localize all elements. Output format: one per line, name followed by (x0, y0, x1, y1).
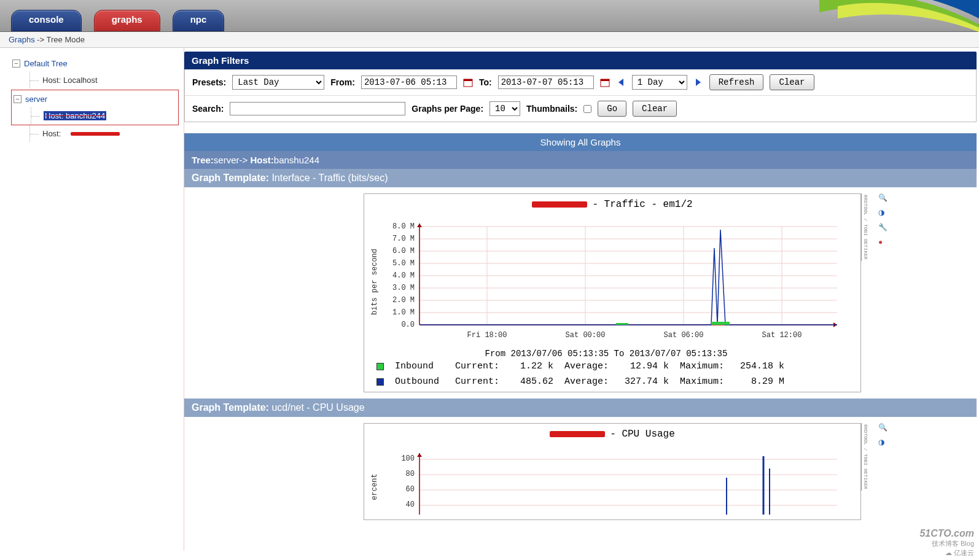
graph-plot-area: bits per second 8.0 M7.0 M6.0 M 5.0 M4.0… (364, 215, 860, 361)
main-content: Graph Filters Presets: Last Day From: To… (184, 48, 979, 551)
tree-node-default-tree[interactable]: − Default Tree (11, 55, 179, 72)
graph-filters-panel: Presets: Last Day From: To: 1 Day Refres… (184, 69, 977, 122)
cpu-chart-svg: ercent 100806040 (370, 447, 837, 515)
svg-text:Fri 18:00: Fri 18:00 (467, 331, 507, 340)
tree-label: server (25, 95, 47, 104)
tree-label-selected: Host: banchu244 (44, 111, 106, 120)
tree-node-host-localhost[interactable]: Host: Localhost (29, 72, 179, 88)
legend-inbound-average: 12.94 k (620, 361, 669, 371)
template-label: Graph Template: (192, 402, 271, 413)
to-input[interactable] (498, 76, 594, 89)
graph-row-1: - Traffic - em1/2 bits per second 8.0 M7… (184, 187, 977, 399)
breadcrumb-link-graphs[interactable]: Graphs (9, 35, 35, 44)
svg-text:5.0 M: 5.0 M (392, 259, 415, 268)
csv-export-icon[interactable]: ◑ (878, 208, 887, 217)
legend-color-outbound (376, 378, 384, 386)
rrdtool-strip: RRDTOOL / TOBI OETIKER (861, 193, 870, 261)
wrench-icon[interactable]: 🔧 (878, 223, 887, 231)
tree-label-prefix: Host: (42, 129, 61, 138)
svg-text:8.0 M: 8.0 M (392, 222, 415, 231)
svg-text:Sat 12:00: Sat 12:00 (762, 331, 802, 340)
breadcrumb: Graphs -> Tree Mode (0, 32, 979, 48)
breadcrumb-suffix: -> Tree Mode (35, 35, 85, 44)
svg-text:0.0: 0.0 (401, 321, 415, 329)
svg-text:6.0 M: 6.0 M (392, 247, 415, 255)
tab-graphs[interactable]: graphs (94, 10, 160, 31)
graph-filters-header: Graph Filters (184, 52, 977, 69)
legend-color-inbound (376, 363, 384, 370)
svg-text:ercent: ercent (370, 473, 379, 500)
presets-select[interactable]: Last Day (232, 75, 324, 90)
circle-icon[interactable]: ● (878, 238, 887, 246)
graph-cpu[interactable]: - CPU Usage ercent 100806040 (364, 423, 861, 520)
svg-text:Sat 06:00: Sat 06:00 (664, 331, 704, 340)
rrdtool-strip: RRDTOOL / TOBI OETIKER (861, 423, 870, 491)
go-button[interactable]: Go (598, 101, 626, 117)
clear-button[interactable]: Clear (770, 74, 814, 90)
svg-text:3.0 M: 3.0 M (392, 284, 415, 292)
svg-text:80: 80 (406, 470, 415, 478)
svg-marker-46 (417, 453, 422, 457)
tree-path-bar: Tree:server-> Host:banshu244 (184, 151, 977, 169)
svg-text:Sat 00:00: Sat 00:00 (566, 331, 606, 340)
collapse-icon[interactable]: − (12, 60, 20, 68)
prev-arrow-icon[interactable] (616, 77, 626, 87)
from-input[interactable] (361, 76, 457, 89)
timespan-select[interactable]: 1 Day (632, 75, 687, 90)
tree-label: Default Tree (24, 59, 68, 68)
outbound-series (419, 230, 837, 325)
svg-text:40: 40 (406, 500, 415, 509)
graph-template-header-1: Graph Template: Interface - Traffic (bit… (184, 169, 977, 187)
thumbnails-checkbox[interactable] (583, 105, 591, 113)
path-host-label: Host: (250, 155, 273, 165)
legend-inbound-current: 1.22 k (510, 361, 553, 371)
legend-outbound-maximum: 8.29 M (735, 376, 784, 387)
refresh-button[interactable]: Refresh (709, 74, 764, 90)
graph-legend: Inbound Current: 1.22 k Average: 12.94 k… (364, 361, 860, 376)
graphs-per-page-select[interactable]: 10 (490, 101, 520, 116)
tab-console[interactable]: console (11, 10, 82, 31)
tab-npc[interactable]: npc (173, 10, 225, 31)
collapse-icon[interactable]: − (14, 95, 21, 103)
legend-inbound-maximum: 254.18 k (735, 361, 784, 371)
tree-node-host-other[interactable]: Host: (29, 125, 179, 142)
search-input[interactable] (230, 102, 405, 115)
zoom-icon[interactable]: 🔍 (878, 423, 887, 432)
graphs-per-page-label: Graphs per Page: (411, 104, 483, 114)
next-arrow-icon[interactable] (693, 77, 703, 87)
zoom-icon[interactable]: 🔍 (878, 193, 887, 202)
template-value: ucd/net - CPU Usage (271, 402, 364, 413)
calendar-icon[interactable] (600, 77, 610, 87)
watermark: 51CTO.com 技术博客 Blog ☁ 亿速云 (919, 528, 974, 551)
svg-rect-1 (464, 79, 472, 81)
legend-average-label: Average: (564, 361, 609, 371)
graph-title-suffix: - Traffic - em1/2 (592, 199, 692, 210)
tree-node-host-banshu244[interactable]: Host: banchu244 (31, 107, 177, 124)
inbound-series (711, 322, 730, 325)
tree-node-server[interactable]: − server (12, 91, 177, 107)
graph-legend: Outbound Current: 485.62 Average: 327.74… (364, 376, 860, 392)
graph-title-suffix: - CPU Usage (610, 429, 675, 440)
legend-inbound: Inbound (395, 361, 444, 371)
svg-text:100: 100 (401, 454, 415, 463)
svg-marker-5 (696, 79, 701, 86)
clear-button-2[interactable]: Clear (633, 101, 677, 117)
redacted-text (71, 132, 120, 136)
svg-text:4.0 M: 4.0 M (392, 271, 415, 280)
graph-template-header-2: Graph Template: ucd/net - CPU Usage (184, 399, 977, 417)
tree-sidebar: − Default Tree Host: Localhost − server … (0, 48, 184, 551)
path-tree-value: server-> (214, 155, 251, 165)
csv-export-icon[interactable]: ◑ (878, 438, 887, 446)
svg-rect-3 (601, 79, 609, 81)
thumbnails-label: Thumbnails: (526, 104, 577, 114)
status-bar: Showing All Graphs (184, 133, 977, 151)
legend-outbound-current: 485.62 (510, 376, 553, 387)
svg-rect-31 (616, 323, 628, 325)
y-axis-label: bits per second (370, 249, 379, 315)
svg-text:60: 60 (406, 485, 415, 494)
graph-caption: From 2013/07/06 05:13:35 To 2013/07/07 0… (370, 349, 842, 359)
legend-current-label: Current: (455, 376, 499, 387)
graph-traffic[interactable]: - Traffic - em1/2 bits per second 8.0 M7… (364, 193, 861, 392)
calendar-icon[interactable] (463, 77, 473, 87)
svg-marker-30 (417, 224, 422, 227)
